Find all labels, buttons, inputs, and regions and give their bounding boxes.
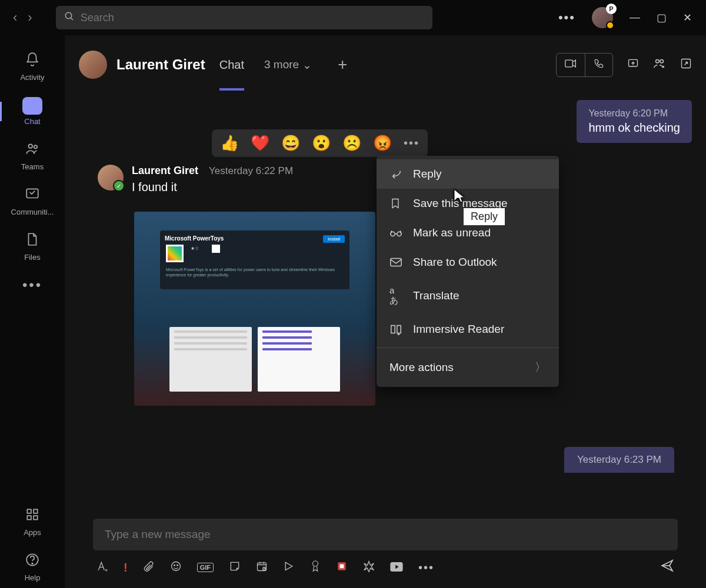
- priority-icon[interactable]: !: [124, 561, 128, 574]
- attach-icon[interactable]: [143, 560, 155, 575]
- video-call-button[interactable]: [557, 54, 585, 76]
- minimize-icon[interactable]: —: [630, 11, 640, 24]
- react-sad-icon[interactable]: ☹️: [342, 134, 361, 152]
- rail-label: Chat: [24, 117, 40, 126]
- presence-away-icon: [606, 21, 614, 29]
- react-like-icon[interactable]: 👍: [220, 134, 239, 152]
- approval-icon[interactable]: [310, 560, 321, 576]
- svg-point-13: [656, 59, 660, 63]
- message-other[interactable]: Laurent Giret Yesterday 6:22 PM I found …: [98, 165, 293, 194]
- apps-icon: [25, 507, 40, 526]
- rail-activity[interactable]: Activity: [0, 46, 65, 88]
- message-context-menu: Reply Save this message Mark as unread: [377, 156, 559, 387]
- svg-rect-22: [258, 563, 267, 570]
- rail-label: Help: [25, 573, 41, 582]
- app-icon: [166, 245, 184, 262]
- image-attachment[interactable]: Microsoft PowerToys Install ★☆ Microsoft…: [134, 212, 375, 406]
- maximize-icon[interactable]: ▢: [657, 11, 667, 24]
- menu-label: Share to Outlook: [413, 256, 497, 269]
- menu-translate[interactable]: aあ Translate: [377, 277, 559, 315]
- react-surprised-icon[interactable]: 😮: [312, 134, 331, 152]
- forward-arrow-icon[interactable]: ›: [28, 10, 32, 25]
- rail-files[interactable]: Files: [0, 226, 65, 268]
- mail-icon: [389, 257, 402, 268]
- add-tab-button[interactable]: +: [338, 55, 347, 74]
- audio-call-button[interactable]: [585, 54, 612, 76]
- loop-icon[interactable]: [336, 560, 348, 575]
- user-avatar[interactable]: P: [592, 7, 613, 28]
- attachment-title: Microsoft PowerToys: [165, 235, 345, 242]
- gif-icon[interactable]: GIF: [197, 563, 214, 572]
- menu-reply[interactable]: Reply: [377, 159, 559, 189]
- composer: ! GIF •••: [65, 507, 706, 588]
- attachment-desc: Microsoft PowerToys is a set of utilitie…: [166, 267, 344, 278]
- tab-chat[interactable]: Chat: [219, 58, 244, 72]
- window-controls: — ▢ ✕: [630, 11, 692, 24]
- svg-point-24: [313, 561, 318, 566]
- share-screen-icon[interactable]: [627, 58, 639, 72]
- reader-icon: [389, 323, 402, 335]
- youtube-icon[interactable]: [390, 561, 403, 574]
- sender-avatar[interactable]: [98, 165, 124, 191]
- call-buttons: [556, 53, 613, 77]
- popout-icon[interactable]: [680, 58, 692, 72]
- react-more-icon[interactable]: •••: [404, 136, 419, 150]
- message-self[interactable]: Yesterday 6:20 PM hmm ok checking: [577, 100, 692, 143]
- svg-rect-7: [27, 516, 31, 520]
- rail-apps[interactable]: Apps: [0, 501, 65, 543]
- svg-point-10: [32, 563, 33, 564]
- svg-point-2: [29, 144, 33, 148]
- compose-input[interactable]: [105, 528, 666, 541]
- rail-communities[interactable]: Communiti...: [0, 181, 65, 222]
- react-laugh-icon[interactable]: 😄: [281, 134, 300, 152]
- rail-help[interactable]: Help: [0, 546, 65, 588]
- search-icon: [64, 11, 75, 24]
- emoji-icon[interactable]: [170, 560, 182, 575]
- compose-input-box[interactable]: [93, 519, 678, 550]
- menu-more-actions[interactable]: More actions 〉: [377, 352, 559, 383]
- sticker-icon[interactable]: [229, 560, 241, 575]
- react-heart-icon[interactable]: ❤️: [251, 134, 269, 152]
- schedule-icon[interactable]: [256, 560, 268, 575]
- react-angry-icon[interactable]: 😡: [373, 134, 392, 152]
- rail-label: Activity: [20, 73, 44, 82]
- tabs-more[interactable]: 3 more ⌄: [264, 58, 312, 72]
- titlebar: ‹ › ••• P — ▢ ✕: [0, 0, 706, 35]
- message-timestamp: Yesterday 6:20 PM: [588, 108, 680, 119]
- svg-point-21: [176, 564, 178, 566]
- svg-rect-8: [34, 516, 37, 520]
- rail-chat[interactable]: Chat: [0, 91, 65, 132]
- rail-more[interactable]: •••: [0, 271, 65, 299]
- search-input[interactable]: [81, 12, 424, 24]
- more-icon[interactable]: •••: [558, 10, 575, 25]
- rail-teams[interactable]: Teams: [0, 135, 65, 177]
- send-button[interactable]: [660, 559, 674, 576]
- compose-more-icon[interactable]: •••: [418, 561, 434, 574]
- svg-point-3: [34, 145, 37, 148]
- viva-icon[interactable]: [363, 560, 375, 575]
- message-text: I found it: [132, 181, 293, 194]
- file-icon: [25, 232, 40, 250]
- contact-avatar[interactable]: [79, 51, 107, 79]
- menu-separator: [377, 348, 559, 348]
- rating-stars-icon: ★☆: [191, 246, 199, 251]
- glasses-icon: [389, 228, 402, 238]
- svg-point-19: [171, 562, 180, 570]
- rating-box-icon: [212, 245, 220, 253]
- reaction-toolbar: 👍 ❤️ 😄 😮 ☹️ 😡 •••: [212, 129, 428, 157]
- message-self-timestamp[interactable]: Yesterday 6:23 PM: [564, 447, 674, 473]
- close-icon[interactable]: ✕: [683, 11, 692, 24]
- sender-name: Laurent Giret: [132, 165, 198, 177]
- search-box[interactable]: [56, 6, 432, 29]
- menu-outlook[interactable]: Share to Outlook: [377, 248, 559, 277]
- back-arrow-icon[interactable]: ‹: [13, 10, 17, 25]
- menu-immersive[interactable]: Immersive Reader: [377, 315, 559, 344]
- teams-icon: [25, 141, 40, 160]
- add-people-icon[interactable]: [653, 57, 666, 73]
- attachment-install-label: Install: [323, 235, 345, 243]
- format-icon[interactable]: [96, 560, 108, 575]
- stream-icon[interactable]: [283, 560, 295, 575]
- more-icon: •••: [22, 277, 42, 293]
- svg-rect-18: [391, 259, 401, 266]
- header-actions: [556, 53, 692, 77]
